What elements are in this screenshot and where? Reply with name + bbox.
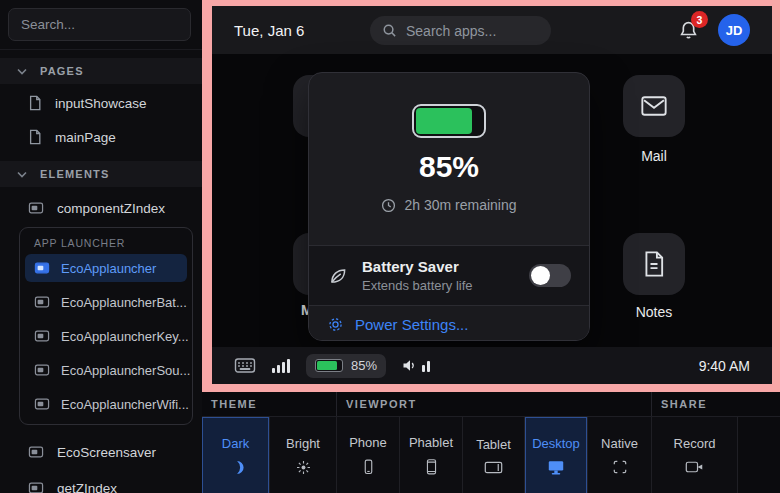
sidebar-item-label: mainPage	[55, 130, 116, 145]
chevron-down-icon	[17, 171, 27, 178]
sidebar-item-label: EcoApplauncherSou...	[61, 363, 190, 378]
sidebar-item-ecoapplauncherbat[interactable]: EcoApplauncherBat...	[25, 288, 187, 316]
app-root: PAGES inputShowcase mainPage ELEMENTS co…	[0, 0, 780, 493]
keyboard-icon[interactable]	[234, 357, 256, 374]
component-icon	[28, 445, 44, 459]
sidebar-item-inputshowcase[interactable]: inputShowcase	[0, 91, 202, 115]
sidebar: PAGES inputShowcase mainPage ELEMENTS co…	[0, 0, 202, 493]
toggle-knob	[531, 266, 550, 285]
toolbar-buttons: Dark Bright Phone Phablet Table	[202, 417, 780, 493]
sidebar-item-componentzindex[interactable]: componentZIndex	[0, 196, 202, 220]
component-icon	[34, 295, 50, 309]
toolbar-group-label-theme: THEME	[202, 392, 337, 416]
sidebar-item-ecoscreensaver[interactable]: EcoScreensaver	[0, 440, 202, 464]
page-icon	[28, 95, 42, 111]
battery-saver-toggle[interactable]	[529, 264, 571, 287]
preview-topbar: Tue, Jan 6 3 JD	[212, 6, 772, 54]
battery-fill	[416, 108, 472, 134]
date-label: Tue, Jan 6	[234, 22, 304, 39]
power-settings-link[interactable]: Power Settings...	[309, 305, 589, 341]
battery-icon	[315, 359, 343, 372]
divider	[0, 49, 202, 50]
chevron-down-icon	[17, 68, 27, 75]
battery-remaining: 2h 30m remaining	[309, 197, 589, 213]
app-launcher-screen: Tue, Jan 6 3 JD M	[212, 6, 772, 384]
notes-icon	[642, 250, 666, 278]
viewport-phone-button[interactable]: Phone	[337, 417, 400, 493]
battery-popup: 85% 2h 30m remaining Battery Saver Exten…	[308, 72, 590, 341]
preview-frame: Tue, Jan 6 3 JD M	[202, 0, 780, 392]
sidebar-item-label: getZIndex	[57, 481, 117, 493]
sidebar-item-label: EcoScreensaver	[57, 445, 156, 460]
button-label: Desktop	[532, 436, 580, 451]
component-icon	[34, 329, 50, 343]
button-label: Native	[601, 436, 638, 451]
moon-icon	[227, 459, 244, 476]
section-header-pages[interactable]: PAGES	[0, 58, 202, 84]
battery-icon	[412, 104, 486, 138]
app-label: Mail	[623, 148, 685, 164]
viewport-desktop-button[interactable]: Desktop	[525, 417, 588, 493]
button-label: Record	[674, 436, 716, 451]
app-tile-mail[interactable]	[623, 75, 685, 137]
taskbar-battery[interactable]: 85%	[306, 354, 386, 378]
app-tile-notes[interactable]	[623, 233, 685, 295]
battery-percent: 85%	[309, 150, 589, 184]
battery-saver-title: Battery Saver	[362, 258, 473, 275]
sidebar-item-mainpage[interactable]: mainPage	[0, 125, 202, 149]
component-icon	[34, 261, 50, 275]
sidebar-item-getzindex[interactable]: getZIndex	[0, 476, 202, 493]
section-label: PAGES	[40, 65, 84, 77]
viewport-tablet-button[interactable]: Tablet	[463, 417, 525, 493]
theme-bright-button[interactable]: Bright	[270, 417, 337, 493]
leaf-icon	[327, 265, 349, 287]
signal-icon[interactable]	[272, 359, 290, 373]
toolbar-filler	[738, 417, 780, 493]
record-video-icon	[685, 459, 704, 475]
story-toolbar: THEME VIEWPORT SHARE Dark Bright Phone	[202, 392, 780, 493]
sun-icon	[295, 459, 312, 476]
sidebar-item-label: componentZIndex	[57, 201, 165, 216]
desktop-icon	[547, 459, 565, 476]
sidebar-item-ecoapplauncher[interactable]: EcoApplauncher	[25, 254, 187, 282]
battery-saver-row: Battery Saver Extends battery life	[309, 245, 589, 305]
toolbar-group-label-viewport: VIEWPORT	[337, 392, 652, 416]
button-label: Dark	[222, 436, 249, 451]
notifications-button[interactable]: 3	[679, 20, 698, 40]
component-icon	[34, 363, 50, 377]
app-search-input[interactable]	[370, 16, 551, 45]
sidebar-item-label: EcoApplauncherKey...	[61, 329, 189, 344]
component-icon	[28, 201, 44, 215]
battery-fill	[317, 361, 337, 370]
sidebar-item-ecoapplauncherwifi[interactable]: EcoApplauncherWifi...	[25, 390, 187, 418]
sidebar-item-ecoapplauncherkey[interactable]: EcoApplauncherKey...	[25, 322, 187, 350]
taskbar: 85% 9:40 AM	[212, 347, 772, 384]
share-record-button[interactable]: Record	[652, 417, 738, 493]
sidebar-item-label: inputShowcase	[55, 96, 147, 111]
section-header-elements[interactable]: ELEMENTS	[0, 161, 202, 187]
native-fullscreen-icon	[612, 459, 628, 475]
theme-dark-button[interactable]: Dark	[202, 417, 270, 493]
toolbar-group-label-share: SHARE	[652, 392, 780, 416]
notification-badge: 3	[691, 11, 708, 28]
sidebar-item-label: EcoApplauncher	[61, 261, 156, 276]
viewport-phablet-button[interactable]: Phablet	[400, 417, 463, 493]
battery-stats: 85% 2h 30m remaining	[309, 73, 589, 245]
component-icon	[34, 397, 50, 411]
clock-label: 9:40 AM	[699, 358, 750, 374]
button-label: Bright	[286, 436, 320, 451]
volume-icon[interactable]	[402, 358, 430, 373]
app-launcher-group: APP LAUNCHER EcoApplauncher EcoApplaunch…	[19, 227, 193, 425]
phablet-icon	[423, 458, 440, 476]
avatar[interactable]: JD	[718, 14, 750, 46]
sidebar-search-input[interactable]	[8, 8, 191, 41]
button-label: Tablet	[476, 437, 511, 452]
battery-percent-label: 85%	[351, 358, 377, 373]
group-label: APP LAUNCHER	[34, 237, 125, 249]
sidebar-item-ecoapplaunchersou[interactable]: EcoApplauncherSou...	[25, 356, 187, 384]
tablet-icon	[484, 460, 503, 475]
toolbar-headers: THEME VIEWPORT SHARE	[202, 392, 780, 417]
viewport-native-button[interactable]: Native	[588, 417, 652, 493]
phone-icon	[360, 458, 377, 476]
page-icon	[28, 129, 42, 145]
